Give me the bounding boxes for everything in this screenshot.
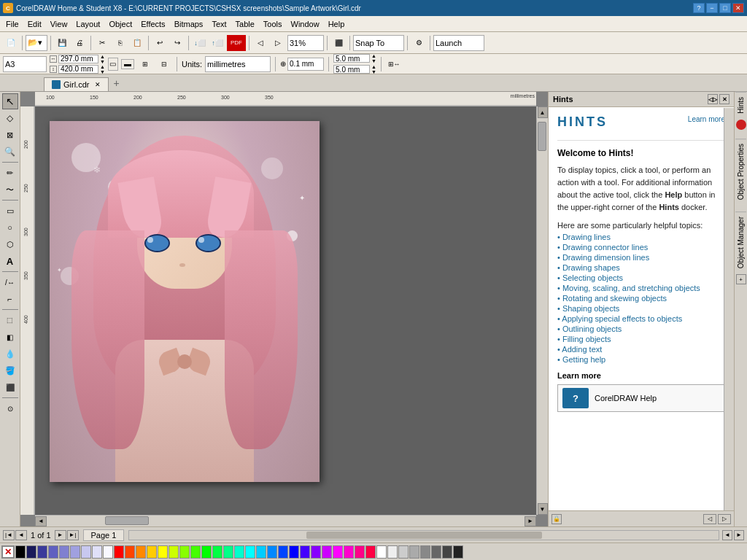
scroll-up-button[interactable]: ▲ [538, 106, 548, 118]
scroll-thumb-h[interactable] [105, 516, 149, 525]
hints-back-button[interactable]: ◁ [703, 514, 716, 524]
crop-tool[interactable]: ⊠ [2, 127, 18, 143]
hints-scrollbar[interactable] [724, 108, 734, 510]
hints-link-4[interactable]: • Drawing shapes [557, 263, 725, 272]
hints-link-10[interactable]: • Outlining objects [557, 324, 725, 333]
zoom-next-button[interactable]: ▷ [270, 35, 286, 51]
undo-button[interactable]: ↩ [152, 35, 168, 51]
cut-button[interactable]: ✂ [94, 35, 110, 51]
color-swatch-18[interactable] [311, 545, 321, 559]
scroll-right-button[interactable]: ► [525, 516, 536, 526]
text-tool[interactable]: A [2, 253, 18, 269]
menu-window[interactable]: Window [287, 18, 324, 30]
copy-button[interactable]: ⎘ [112, 35, 128, 51]
object-properties-tab[interactable]: Object Properties [735, 139, 746, 204]
color-swatch-6[interactable] [179, 545, 190, 559]
menu-layout[interactable]: Layout [71, 18, 104, 30]
bleed-button[interactable]: ⊟ [156, 56, 172, 72]
landscape-button[interactable]: ▬ [121, 59, 134, 69]
maximize-button[interactable]: □ [719, 3, 731, 13]
xpos-input[interactable] [333, 54, 370, 63]
help-winbtn[interactable]: ? [693, 3, 705, 13]
black-swatch[interactable] [15, 545, 26, 559]
color-swatch-19[interactable] [322, 545, 332, 559]
smudge-tool[interactable]: ⊙ [2, 400, 18, 416]
transparency-tool[interactable]: ◧ [2, 329, 18, 345]
width-down[interactable]: ▼ [100, 59, 105, 64]
color-swatch-13[interactable] [256, 545, 266, 559]
paste-button[interactable]: 📋 [129, 35, 145, 51]
page-properties-button[interactable]: ⊞ [137, 56, 153, 72]
hints-link-9[interactable]: • Applying special effects to objects [557, 314, 725, 323]
color-swatch-25[interactable] [387, 545, 398, 559]
menu-object[interactable]: Object [104, 18, 136, 30]
freehand-tool[interactable]: ✏ [2, 165, 18, 181]
color-swatch-23[interactable] [365, 545, 376, 559]
width-input[interactable] [58, 55, 98, 63]
rectangle-tool[interactable]: ▭ [2, 203, 18, 219]
scroll-left-button[interactable]: ◄ [35, 516, 47, 526]
dimension-tool[interactable]: /↔ [2, 274, 18, 290]
color-swatch-31[interactable] [453, 545, 463, 559]
zoom-prev-button[interactable]: ◁ [252, 35, 268, 51]
page-scrollbar[interactable] [128, 530, 719, 540]
snaptogrid-dropdown[interactable]: Snap To [353, 35, 404, 51]
ypos-down2[interactable]: ▼ [371, 69, 376, 74]
color-swatch-12[interactable] [245, 545, 255, 559]
hints-link-3[interactable]: • Drawing dimension lines [557, 253, 725, 262]
polygon-tool[interactable]: ⬡ [2, 236, 18, 252]
hints-close-button[interactable]: ✕ [719, 94, 729, 104]
hints-link-5[interactable]: • Selecting objects [557, 273, 725, 282]
fill-tool[interactable]: 🪣 [2, 362, 18, 378]
color-swatch-9[interactable] [212, 545, 222, 559]
color-swatch-24[interactable] [376, 545, 387, 559]
nudge-input[interactable] [287, 58, 324, 71]
blue-dark-swatch[interactable] [37, 545, 47, 559]
hints-link-11[interactable]: • Filling objects [557, 335, 725, 343]
blue-med-swatch[interactable] [48, 545, 58, 559]
color-swatch-27[interactable] [409, 545, 419, 559]
menu-table[interactable]: Table [231, 18, 259, 30]
hints-tab-close[interactable] [736, 120, 746, 130]
page-last-button[interactable]: ►| [67, 530, 79, 540]
minimize-button[interactable]: − [706, 3, 718, 13]
artisitic-tool[interactable]: 〜 [2, 182, 18, 198]
pale-blue-swatch[interactable] [92, 545, 102, 559]
color-swatch-15[interactable] [278, 545, 288, 559]
zoom-tool[interactable]: 🔍 [2, 144, 18, 160]
close-button[interactable]: ✕ [732, 3, 744, 13]
scroll-down-button[interactable]: ▼ [538, 503, 548, 515]
color-swatch-4[interactable] [158, 545, 168, 559]
page-first-button[interactable]: |◄ [3, 530, 15, 540]
palette-plus-button[interactable]: + [736, 274, 746, 284]
color-swatch-20[interactable] [333, 545, 343, 559]
menu-help[interactable]: Help [324, 18, 349, 30]
no-fill-swatch[interactable]: ✕ [1, 545, 15, 559]
tab-close-icon[interactable]: ✕ [95, 81, 101, 88]
light-lavender-swatch[interactable] [81, 545, 91, 559]
page-scroll-thumb[interactable] [306, 532, 542, 539]
transform-button[interactable]: ⊞↔ [386, 56, 402, 72]
width-up[interactable]: ▲ [100, 54, 105, 59]
color-swatch-2[interactable] [136, 545, 146, 559]
page-next-button[interactable]: ► [55, 530, 66, 540]
color-swatch-1[interactable] [125, 545, 135, 559]
ellipse-tool[interactable]: ○ [2, 219, 18, 236]
new-tab-button[interactable]: + [109, 75, 123, 91]
menu-tools[interactable]: Tools [259, 18, 287, 30]
canvas-viewport[interactable]: ✦ ✦ ❄ [35, 106, 536, 515]
save-button[interactable]: 💾 [54, 35, 70, 51]
hints-learn-top[interactable]: Learn more [688, 114, 725, 124]
color-swatch-22[interactable] [355, 545, 365, 559]
menu-effects[interactable]: Effects [136, 18, 169, 30]
page-tab-1[interactable]: Page 1 [83, 529, 125, 541]
units-dropdown[interactable]: millimetres [205, 56, 271, 72]
color-swatch-0[interactable] [114, 545, 124, 559]
zoom-dropdown[interactable]: 31% [287, 35, 324, 51]
color-swatch-3[interactable] [147, 545, 157, 559]
ypos-up2[interactable]: ▲ [371, 64, 376, 69]
color-swatch-8[interactable] [201, 545, 212, 559]
menu-file[interactable]: File [1, 18, 23, 30]
hints-link-7[interactable]: • Rotating and skewing objects [557, 294, 725, 303]
connector-tool[interactable]: ⌐ [2, 291, 18, 307]
